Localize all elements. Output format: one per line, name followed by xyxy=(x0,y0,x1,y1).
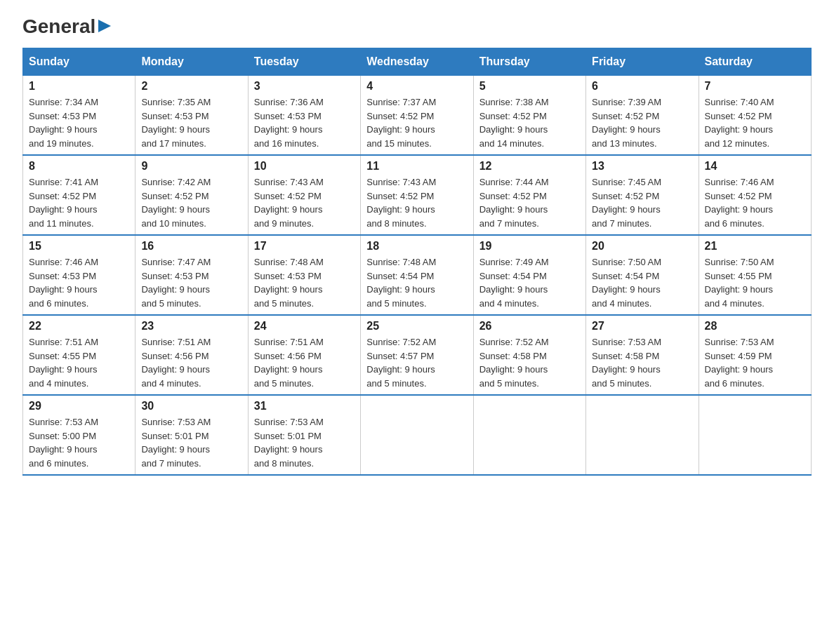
calendar-cell xyxy=(361,395,473,475)
calendar-cell: 21 Sunrise: 7:50 AMSunset: 4:55 PMDaylig… xyxy=(699,235,811,315)
cell-info: Sunrise: 7:50 AMSunset: 4:55 PMDaylight:… xyxy=(705,257,774,309)
calendar-week-row: 22 Sunrise: 7:51 AMSunset: 4:55 PMDaylig… xyxy=(23,315,812,395)
calendar-cell: 17 Sunrise: 7:48 AMSunset: 4:53 PMDaylig… xyxy=(248,235,360,315)
day-number: 29 xyxy=(29,400,129,412)
calendar-cell: 18 Sunrise: 7:48 AMSunset: 4:54 PMDaylig… xyxy=(361,235,473,315)
header-thursday: Thursday xyxy=(473,48,585,76)
day-number: 7 xyxy=(705,80,805,93)
cell-info: Sunrise: 7:53 AMSunset: 4:58 PMDaylight:… xyxy=(592,337,661,389)
cell-info: Sunrise: 7:38 AMSunset: 4:52 PMDaylight:… xyxy=(479,97,549,149)
calendar-cell: 24 Sunrise: 7:51 AMSunset: 4:56 PMDaylig… xyxy=(248,315,360,395)
cell-info: Sunrise: 7:53 AMSunset: 5:00 PMDaylight:… xyxy=(29,417,98,469)
cell-info: Sunrise: 7:39 AMSunset: 4:52 PMDaylight:… xyxy=(592,97,661,149)
calendar-cell: 10 Sunrise: 7:43 AMSunset: 4:52 PMDaylig… xyxy=(248,155,360,235)
day-number: 27 xyxy=(592,320,692,333)
day-number: 26 xyxy=(479,320,580,333)
calendar-week-row: 8 Sunrise: 7:41 AMSunset: 4:52 PMDayligh… xyxy=(23,155,812,235)
cell-info: Sunrise: 7:41 AMSunset: 4:52 PMDaylight:… xyxy=(29,177,98,229)
cell-info: Sunrise: 7:46 AMSunset: 4:53 PMDaylight:… xyxy=(29,257,98,309)
header-tuesday: Tuesday xyxy=(248,48,360,76)
day-number: 16 xyxy=(141,240,241,253)
calendar-cell: 5 Sunrise: 7:38 AMSunset: 4:52 PMDayligh… xyxy=(473,76,585,156)
calendar-cell: 25 Sunrise: 7:52 AMSunset: 4:57 PMDaylig… xyxy=(361,315,473,395)
day-number: 6 xyxy=(592,80,692,93)
cell-info: Sunrise: 7:47 AMSunset: 4:53 PMDaylight:… xyxy=(141,257,211,309)
cell-info: Sunrise: 7:43 AMSunset: 4:52 PMDaylight:… xyxy=(254,177,324,229)
cell-info: Sunrise: 7:53 AMSunset: 5:01 PMDaylight:… xyxy=(254,417,324,469)
day-number: 15 xyxy=(29,240,129,253)
day-number: 23 xyxy=(141,320,241,333)
cell-info: Sunrise: 7:50 AMSunset: 4:54 PMDaylight:… xyxy=(592,257,661,309)
calendar-cell xyxy=(473,395,585,475)
calendar-week-row: 15 Sunrise: 7:46 AMSunset: 4:53 PMDaylig… xyxy=(23,235,812,315)
calendar-cell xyxy=(699,395,811,475)
day-number: 2 xyxy=(141,80,241,93)
calendar-cell: 26 Sunrise: 7:52 AMSunset: 4:58 PMDaylig… xyxy=(473,315,585,395)
logo-arrow-icon xyxy=(97,18,112,34)
calendar-week-row: 29 Sunrise: 7:53 AMSunset: 5:00 PMDaylig… xyxy=(23,395,812,475)
cell-info: Sunrise: 7:35 AMSunset: 4:53 PMDaylight:… xyxy=(141,97,211,149)
calendar-cell: 27 Sunrise: 7:53 AMSunset: 4:58 PMDaylig… xyxy=(586,315,699,395)
day-number: 28 xyxy=(705,320,805,333)
day-number: 8 xyxy=(29,160,129,173)
calendar-cell: 13 Sunrise: 7:45 AMSunset: 4:52 PMDaylig… xyxy=(586,155,699,235)
cell-info: Sunrise: 7:52 AMSunset: 4:57 PMDaylight:… xyxy=(366,337,436,389)
day-number: 1 xyxy=(29,80,129,93)
day-number: 13 xyxy=(592,160,692,173)
header-friday: Friday xyxy=(586,48,699,76)
calendar-cell: 16 Sunrise: 7:47 AMSunset: 4:53 PMDaylig… xyxy=(135,235,248,315)
calendar-cell: 2 Sunrise: 7:35 AMSunset: 4:53 PMDayligh… xyxy=(135,76,248,156)
calendar-cell: 8 Sunrise: 7:41 AMSunset: 4:52 PMDayligh… xyxy=(23,155,135,235)
day-number: 18 xyxy=(366,240,467,253)
day-number: 22 xyxy=(29,320,129,333)
day-number: 19 xyxy=(479,240,580,253)
cell-info: Sunrise: 7:51 AMSunset: 4:56 PMDaylight:… xyxy=(254,337,324,389)
cell-info: Sunrise: 7:53 AMSunset: 4:59 PMDaylight:… xyxy=(705,337,774,389)
day-number: 10 xyxy=(254,160,355,173)
calendar-cell: 19 Sunrise: 7:49 AMSunset: 4:54 PMDaylig… xyxy=(473,235,585,315)
calendar-cell: 29 Sunrise: 7:53 AMSunset: 5:00 PMDaylig… xyxy=(23,395,135,475)
calendar-cell xyxy=(586,395,699,475)
cell-info: Sunrise: 7:48 AMSunset: 4:53 PMDaylight:… xyxy=(254,257,324,309)
calendar-header-row: SundayMondayTuesdayWednesdayThursdayFrid… xyxy=(23,48,812,76)
cell-info: Sunrise: 7:49 AMSunset: 4:54 PMDaylight:… xyxy=(479,257,549,309)
cell-info: Sunrise: 7:42 AMSunset: 4:52 PMDaylight:… xyxy=(141,177,211,229)
cell-info: Sunrise: 7:53 AMSunset: 5:01 PMDaylight:… xyxy=(141,417,211,469)
cell-info: Sunrise: 7:34 AMSunset: 4:53 PMDaylight:… xyxy=(29,97,98,149)
cell-info: Sunrise: 7:48 AMSunset: 4:54 PMDaylight:… xyxy=(366,257,436,309)
calendar-cell: 12 Sunrise: 7:44 AMSunset: 4:52 PMDaylig… xyxy=(473,155,585,235)
header-monday: Monday xyxy=(135,48,248,76)
cell-info: Sunrise: 7:51 AMSunset: 4:56 PMDaylight:… xyxy=(141,337,211,389)
header-saturday: Saturday xyxy=(699,48,811,76)
day-number: 30 xyxy=(141,400,241,412)
day-number: 9 xyxy=(141,160,241,173)
calendar-cell: 7 Sunrise: 7:40 AMSunset: 4:52 PMDayligh… xyxy=(699,76,811,156)
calendar-cell: 20 Sunrise: 7:50 AMSunset: 4:54 PMDaylig… xyxy=(586,235,699,315)
logo: General xyxy=(22,17,112,34)
calendar-cell: 4 Sunrise: 7:37 AMSunset: 4:52 PMDayligh… xyxy=(361,76,473,156)
day-number: 21 xyxy=(705,240,805,253)
header-sunday: Sunday xyxy=(23,48,135,76)
calendar-cell: 15 Sunrise: 7:46 AMSunset: 4:53 PMDaylig… xyxy=(23,235,135,315)
day-number: 5 xyxy=(479,80,580,93)
calendar-cell: 30 Sunrise: 7:53 AMSunset: 5:01 PMDaylig… xyxy=(135,395,248,475)
day-number: 25 xyxy=(366,320,467,333)
calendar-cell: 28 Sunrise: 7:53 AMSunset: 4:59 PMDaylig… xyxy=(699,315,811,395)
day-number: 14 xyxy=(705,160,805,173)
cell-info: Sunrise: 7:46 AMSunset: 4:52 PMDaylight:… xyxy=(705,177,774,229)
calendar-cell: 23 Sunrise: 7:51 AMSunset: 4:56 PMDaylig… xyxy=(135,315,248,395)
cell-info: Sunrise: 7:52 AMSunset: 4:58 PMDaylight:… xyxy=(479,337,549,389)
cell-info: Sunrise: 7:45 AMSunset: 4:52 PMDaylight:… xyxy=(592,177,661,229)
cell-info: Sunrise: 7:44 AMSunset: 4:52 PMDaylight:… xyxy=(479,177,549,229)
day-number: 20 xyxy=(592,240,692,253)
cell-info: Sunrise: 7:37 AMSunset: 4:52 PMDaylight:… xyxy=(366,97,436,149)
logo-general: General xyxy=(22,17,95,36)
day-number: 17 xyxy=(254,240,355,253)
day-number: 4 xyxy=(366,80,467,93)
calendar-cell: 14 Sunrise: 7:46 AMSunset: 4:52 PMDaylig… xyxy=(699,155,811,235)
svg-marker-0 xyxy=(98,20,111,32)
day-number: 24 xyxy=(254,320,355,333)
cell-info: Sunrise: 7:40 AMSunset: 4:52 PMDaylight:… xyxy=(705,97,774,149)
calendar-cell: 11 Sunrise: 7:43 AMSunset: 4:52 PMDaylig… xyxy=(361,155,473,235)
day-number: 12 xyxy=(479,160,580,173)
